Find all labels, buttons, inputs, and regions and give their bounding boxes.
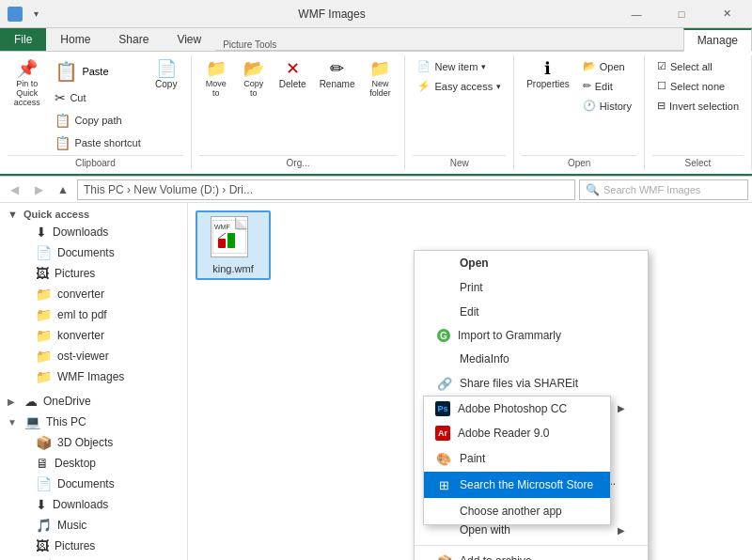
delete-btn[interactable]: ✕ Delete [274, 57, 311, 92]
search-icon: 🔍 [586, 183, 600, 196]
easy-access-arrow: ▾ [496, 82, 501, 91]
ctx-edit-icon [437, 304, 452, 319]
sidebar-item-downloads-quick[interactable]: ⬇ Downloads [0, 222, 187, 242]
eml-icon: 📁 [36, 307, 52, 322]
copy-path-btn[interactable]: 📋 Copy path [50, 110, 145, 131]
ctx-print[interactable]: Print [415, 275, 648, 300]
open-items: ℹ Properties 📂 Open ✏ Edit 🕐 History [522, 57, 636, 153]
window-title: WMF Images [53, 8, 611, 21]
properties-icon: ℹ [544, 60, 551, 77]
organize-group: 📁 Move to 📂 Copy to ✕ Delete ✏ Rename 📁 [192, 55, 406, 170]
open-btn[interactable]: 📂 Open [578, 57, 636, 75]
downloads-icon: ⬇ [36, 225, 47, 240]
rename-icon: ✏ [330, 60, 344, 77]
ctx-print-icon [437, 280, 452, 295]
choose-app-icon [435, 503, 452, 520]
clipboard-items: 📌 Pin to Quick access 📋 Paste ✂ Cut 📋 Co… [8, 57, 183, 153]
path-text: This PC › New Volume (D:) › Dri... [84, 183, 253, 196]
submenu-ms-store[interactable]: ⊞ Search the Microsoft Store [424, 472, 610, 498]
sidebar-item-desktop[interactable]: 🖥 Desktop [0, 453, 187, 474]
ctx-archive-icon: 📦 [437, 553, 452, 560]
easy-access-btn[interactable]: ⚡ Easy access ▾ [413, 77, 506, 95]
copy-to-btn[interactable]: 📂 Copy to [237, 57, 271, 101]
select-col: ☑ Select all ☐ Select none ⊟ Invert sele… [652, 57, 744, 115]
submenu-acrobat[interactable]: Ar Adobe Reader 9.0 [424, 421, 610, 445]
ctx-add-archive[interactable]: 📦 Add to archive... [415, 549, 648, 560]
quick-access-expand: ▼ [8, 209, 18, 220]
paste-shortcut-btn[interactable]: 📋 Paste shortcut [50, 132, 145, 153]
properties-btn[interactable]: ℹ Properties [522, 57, 574, 92]
copy-to-icon: 📂 [243, 60, 264, 77]
ctx-grammarly[interactable]: G Import to Grammarly [415, 324, 648, 347]
new-folder-btn[interactable]: 📁 New folder [363, 57, 397, 101]
sidebar-item-pictures-pc[interactable]: 🖼 Pictures [0, 536, 187, 556]
sidebar-item-pictures[interactable]: 🖼 Pictures [0, 263, 187, 284]
sidebar-item-documents[interactable]: 📄 Documents [0, 242, 187, 263]
pictures-icon: 🖼 [36, 266, 49, 281]
tab-share[interactable]: Share [104, 28, 163, 51]
submenu-paint[interactable]: 🎨 Paint [424, 445, 610, 472]
up-btn[interactable]: ▲ [53, 179, 73, 200]
invert-selection-btn[interactable]: ⊟ Invert selection [652, 97, 744, 115]
sidebar-item-downloads-pc[interactable]: ⬇ Downloads [0, 494, 187, 515]
ribbon: File Home Share View Picture Tools Manag… [0, 28, 752, 177]
sidebar-item-3d-objects[interactable]: 📦 3D Objects [0, 432, 187, 453]
select-none-icon: ☐ [657, 80, 666, 92]
ribbon-content: 📌 Pin to Quick access 📋 Paste ✂ Cut 📋 Co… [0, 52, 752, 176]
sidebar-item-wmf-images[interactable]: 📁 WMF Images [0, 366, 187, 387]
paste-btn[interactable]: 📋 Paste [50, 57, 145, 86]
tab-view[interactable]: View [163, 28, 215, 51]
select-none-btn[interactable]: ☐ Select none [652, 77, 744, 95]
copy-icon: 📄 [156, 60, 177, 77]
forward-btn[interactable]: ▶ [28, 179, 49, 200]
file-name: king.wmf [212, 263, 253, 274]
sidebar-item-music[interactable]: 🎵 Music [0, 515, 187, 536]
submenu-choose-app[interactable]: Choose another app [424, 498, 610, 524]
sidebar-item-onedrive[interactable]: ▶ ☁ OneDrive [0, 391, 187, 412]
sidebar-item-this-pc[interactable]: ▼ 💻 This PC [0, 412, 187, 432]
back-btn[interactable]: ◀ [4, 179, 24, 200]
documents-pc-icon: 📄 [36, 476, 52, 491]
sidebar-item-videos[interactable]: 🎬 Videos [0, 556, 187, 560]
tab-manage[interactable]: Manage [683, 28, 752, 52]
sidebar-item-eml-to-pdf[interactable]: 📁 eml to pdf [0, 304, 187, 325]
sidebar-item-ost-viewer[interactable]: 📁 ost-viewer [0, 346, 187, 366]
search-box[interactable]: 🔍 Search WMF Images [579, 179, 748, 200]
ctx-shareit[interactable]: 🔗 Share files via SHAREit [415, 371, 648, 396]
new-item-btn[interactable]: 📄 New item ▾ [413, 57, 506, 75]
quick-access-header[interactable]: ▼ Quick access [0, 203, 187, 222]
ctx-shareit-icon: 🔗 [437, 376, 452, 391]
sidebar-item-converter[interactable]: 📁 converter [0, 284, 187, 304]
ctx-mediainfo[interactable]: MediaInfo [415, 347, 648, 371]
new-items: 📄 New item ▾ ⚡ Easy access ▾ [413, 57, 506, 153]
rename-btn[interactable]: ✏ Rename [315, 57, 360, 92]
copy-btn[interactable]: 📄 Copy [149, 57, 183, 92]
open-col: 📂 Open ✏ Edit 🕐 History [578, 57, 636, 115]
address-path[interactable]: This PC › New Volume (D:) › Dri... [77, 179, 575, 200]
select-all-btn[interactable]: ☑ Select all [652, 57, 744, 75]
history-btn[interactable]: 🕐 History [578, 97, 636, 115]
tab-file[interactable]: File [0, 28, 46, 51]
sidebar-item-konverter[interactable]: 📁 konverter [0, 325, 187, 346]
file-item-king-wmf[interactable]: WMF king.wmf [196, 210, 271, 280]
move-to-btn[interactable]: 📁 Move to [199, 57, 233, 101]
3d-icon: 📦 [36, 435, 52, 450]
close-btn[interactable]: ✕ [705, 0, 748, 28]
new-item-icon: 📄 [417, 60, 431, 72]
pin-quick-access-btn[interactable]: 📌 Pin to Quick access [8, 57, 46, 110]
maximize-btn[interactable]: □ [660, 0, 703, 28]
quick-access-btn[interactable]: ▾ [26, 5, 45, 23]
minimize-btn[interactable]: — [615, 0, 658, 28]
cut-btn[interactable]: ✂ Cut [50, 87, 145, 108]
content-area: WMF king.wmf Open Print Edit G Impo [188, 203, 752, 560]
ctx-open[interactable]: Open [415, 251, 648, 275]
edit-btn[interactable]: ✏ Edit [578, 77, 636, 95]
ctx-edit[interactable]: Edit [415, 300, 648, 324]
paste-icon: 📋 [55, 60, 78, 83]
clipboard-group: 📌 Pin to Quick access 📋 Paste ✂ Cut 📋 Co… [0, 55, 192, 170]
converter-icon: 📁 [36, 287, 52, 302]
submenu-photoshop[interactable]: Ps Adobe Photoshop CC [424, 397, 610, 421]
sidebar-item-documents-pc[interactable]: 📄 Documents [0, 474, 187, 494]
ctx-grammarly-icon: G [437, 329, 450, 342]
tab-home[interactable]: Home [46, 28, 104, 51]
